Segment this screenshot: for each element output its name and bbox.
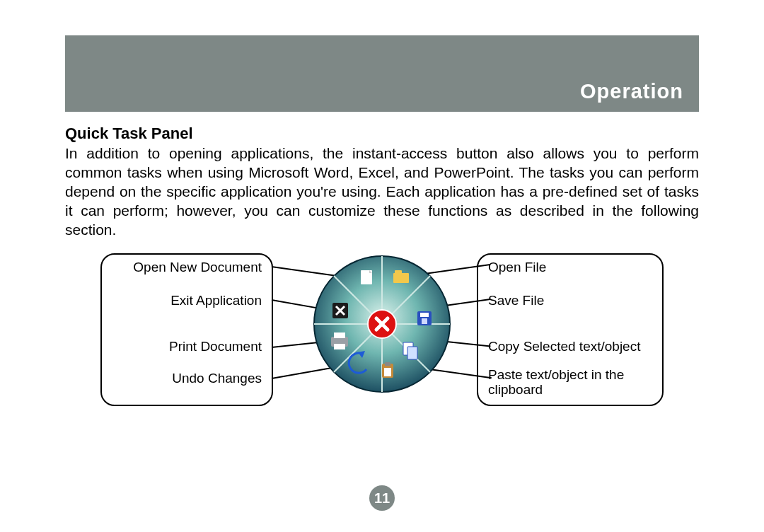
page-number: 11 bbox=[369, 485, 395, 511]
exit-icon bbox=[332, 303, 348, 318]
intro-paragraph: In addition to opening applications, the… bbox=[65, 144, 699, 239]
svg-rect-19 bbox=[385, 362, 390, 366]
paste-icon bbox=[382, 362, 393, 378]
svg-rect-11 bbox=[393, 273, 409, 283]
task-wheel bbox=[311, 253, 453, 395]
save-file-icon bbox=[417, 311, 432, 325]
left-label-box: Open New Document Exit Application Print… bbox=[100, 253, 273, 406]
quick-task-diagram: Open New Document Exit Application Print… bbox=[65, 253, 699, 416]
svg-rect-23 bbox=[334, 332, 345, 338]
svg-rect-12 bbox=[395, 270, 402, 274]
new-document-icon bbox=[361, 270, 372, 284]
label-undo-changes: Undo Changes bbox=[112, 371, 262, 386]
svg-rect-14 bbox=[420, 313, 429, 317]
right-label-box: Open File Save File Copy Selected text/o… bbox=[477, 253, 664, 406]
svg-rect-24 bbox=[334, 344, 345, 349]
label-save-file: Save File bbox=[488, 294, 652, 308]
label-exit-application: Exit Application bbox=[112, 294, 262, 308]
label-open-file: Open File bbox=[488, 260, 652, 275]
svg-rect-20 bbox=[384, 368, 391, 376]
header-bar: Operation bbox=[65, 35, 699, 112]
svg-rect-15 bbox=[422, 318, 427, 324]
label-paste: Paste text/object in the clipboard bbox=[488, 368, 652, 398]
label-print-document: Print Document bbox=[112, 340, 262, 354]
svg-rect-17 bbox=[407, 347, 417, 359]
page-header-title: Operation bbox=[580, 80, 683, 103]
label-open-new-document: Open New Document bbox=[112, 260, 262, 275]
section-title: Quick Task Panel bbox=[65, 125, 699, 143]
close-icon bbox=[368, 310, 396, 338]
label-copy: Copy Selected text/object bbox=[488, 340, 652, 354]
task-wheel-svg bbox=[311, 253, 453, 395]
